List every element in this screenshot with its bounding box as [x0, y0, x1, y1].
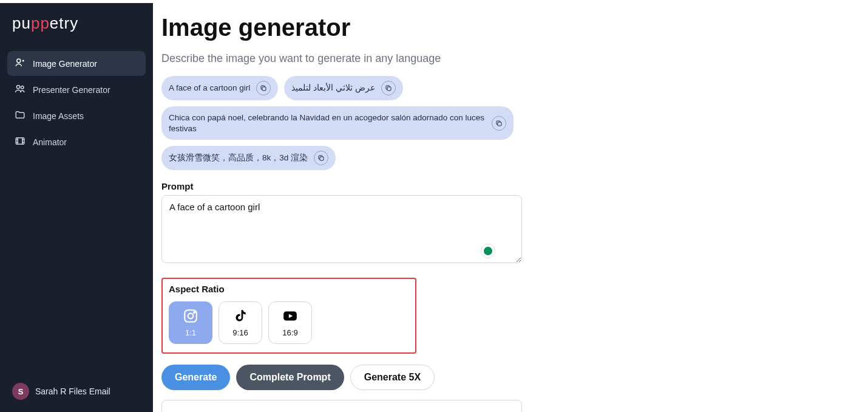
- user-area[interactable]: S Sarah R Files Email: [7, 378, 146, 405]
- aspect-ratio-1-1[interactable]: 1:1: [169, 301, 212, 344]
- suggestion-text: A face of a cartoon girl: [169, 83, 250, 94]
- suggestion-chip[interactable]: A face of a cartoon girl: [161, 76, 278, 100]
- svg-rect-5: [387, 87, 391, 91]
- svg-point-9: [188, 314, 194, 319]
- suggestion-text: عرض ثلاثي الأبعاد لتلميذ: [291, 83, 375, 94]
- page-description: Describe the image you want to generate …: [161, 52, 850, 65]
- logo: puppetry: [7, 10, 146, 44]
- prompt-wrap: [161, 195, 522, 266]
- aspect-ratio-16-9[interactable]: 16:9: [268, 301, 312, 344]
- folder-icon: [15, 109, 25, 122]
- suggestion-chip[interactable]: Chica con papá noel, celebrando la Navid…: [161, 106, 514, 140]
- instagram-icon: [183, 308, 198, 326]
- svg-rect-4: [262, 87, 266, 91]
- prompt-input[interactable]: [161, 195, 522, 263]
- sidebar-item-image-generator[interactable]: Image Generator: [7, 51, 146, 76]
- suggestion-chips: A face of a cartoon girl عرض ثلاثي الأبع…: [161, 76, 683, 170]
- aspect-ratio-label: Aspect Ratio: [169, 284, 409, 294]
- svg-rect-3: [16, 138, 24, 145]
- suggestion-chip[interactable]: 女孩滑雪微笑，高品质，8k，3d 渲染: [161, 146, 336, 170]
- aspect-ratio-options: 1:1 9:16 16:9: [169, 301, 409, 344]
- sidebar-item-presenter-generator[interactable]: Presenter Generator: [7, 77, 146, 102]
- svg-point-2: [21, 86, 24, 89]
- aspect-ratio-section: Aspect Ratio 1:1 9:16: [161, 278, 416, 354]
- copy-icon[interactable]: [314, 151, 328, 165]
- aspect-ratio-9-16[interactable]: 9:16: [219, 301, 262, 344]
- suggestion-text: Chica con papá noel, celebrando la Navid…: [169, 112, 486, 134]
- grammar-check-icon[interactable]: [481, 244, 495, 258]
- aspect-ratio-label-text: 1:1: [185, 328, 196, 337]
- tiktok-icon: [232, 308, 248, 326]
- sidebar-item-image-assets[interactable]: Image Assets: [7, 103, 146, 128]
- generate-5x-button[interactable]: Generate 5X: [350, 365, 435, 390]
- sidebar: puppetry Image Generator Presenter Gener…: [0, 3, 153, 412]
- people-icon: [15, 83, 25, 96]
- copy-icon[interactable]: [492, 116, 506, 131]
- main-content: Image generator Describe the image you w…: [153, 3, 868, 412]
- sidebar-item-label: Image Assets: [33, 111, 84, 121]
- action-buttons: Generate Complete Prompt Generate 5X: [161, 365, 850, 390]
- prompt-label: Prompt: [161, 181, 850, 191]
- svg-point-10: [194, 312, 195, 313]
- svg-point-0: [17, 59, 21, 63]
- person-plus-icon: [15, 57, 25, 70]
- suggestion-chip[interactable]: عرض ثلاثي الأبعاد لتلميذ: [284, 76, 402, 100]
- copy-icon[interactable]: [256, 81, 271, 95]
- aspect-ratio-label-text: 16:9: [282, 328, 297, 337]
- sidebar-item-label: Animator: [33, 137, 67, 147]
- youtube-icon: [282, 308, 298, 326]
- complete-prompt-button[interactable]: Complete Prompt: [236, 365, 344, 390]
- sidebar-nav: Image Generator Presenter Generator Imag…: [7, 51, 146, 154]
- copy-icon[interactable]: [381, 81, 396, 95]
- svg-rect-6: [498, 122, 501, 126]
- aspect-ratio-label-text: 9:16: [232, 328, 248, 337]
- suggestion-text: 女孩滑雪微笑，高品质，8k，3d 渲染: [169, 153, 308, 163]
- user-name: Sarah R Files Email: [35, 386, 110, 396]
- svg-rect-7: [320, 157, 324, 160]
- sidebar-item-animator[interactable]: Animator: [7, 129, 146, 154]
- sidebar-item-label: Presenter Generator: [33, 85, 110, 95]
- avatar: S: [12, 383, 29, 400]
- page-title: Image generator: [161, 14, 850, 41]
- film-icon: [15, 136, 25, 148]
- generate-button[interactable]: Generate: [161, 365, 230, 390]
- svg-point-1: [16, 85, 19, 88]
- advanced-options-toggle[interactable]: Advanced Options: [161, 400, 522, 412]
- sidebar-item-label: Image Generator: [33, 59, 97, 69]
